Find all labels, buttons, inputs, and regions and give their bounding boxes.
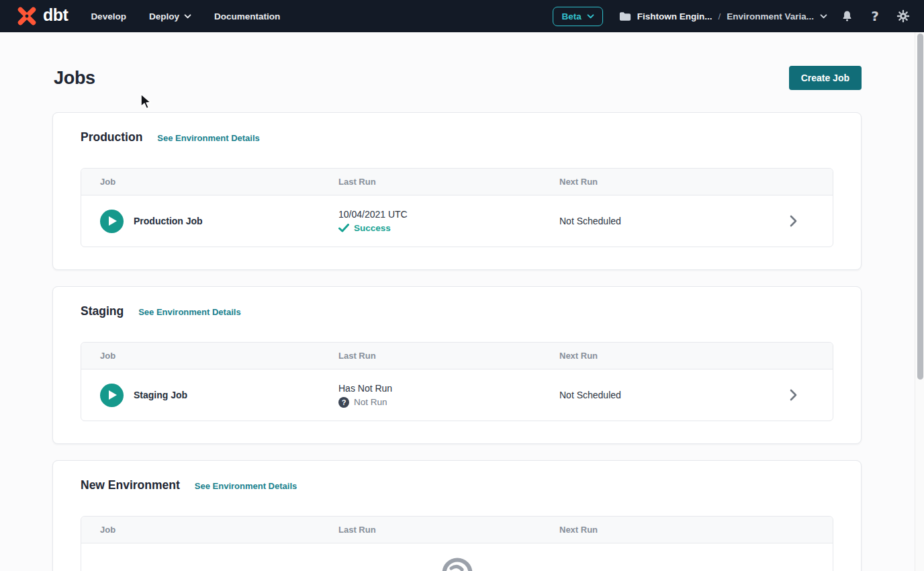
- empty-jobs-placeholder: [81, 543, 833, 571]
- folder-icon: [619, 11, 631, 21]
- column-header-last-run: Last Run: [320, 525, 541, 535]
- column-header-last-run: Last Run: [320, 177, 541, 187]
- dbt-logo-icon: [15, 4, 39, 28]
- page-header: Jobs Create Job: [52, 66, 862, 90]
- column-header-job: Job: [81, 177, 320, 187]
- help-question-icon[interactable]: ?: [866, 7, 884, 25]
- question-circle-icon: [338, 397, 349, 408]
- job-row-production-job[interactable]: Production Job 10/04/2021 UTC Success No…: [81, 195, 833, 247]
- account-project-breadcrumb[interactable]: Fishtown Engin... / Environment Varia...: [619, 11, 827, 21]
- beta-dropdown-button[interactable]: Beta: [553, 7, 602, 26]
- breadcrumb-account[interactable]: Fishtown Engin...: [637, 11, 712, 21]
- environment-name: New Environment: [81, 478, 180, 492]
- environment-name: Staging: [81, 304, 124, 318]
- table-header-row: Job Last Run Next Run: [81, 169, 833, 195]
- see-environment-details-link[interactable]: See Environment Details: [138, 307, 240, 317]
- environment-card-header: New Environment See Environment Details: [81, 478, 833, 492]
- table-header-row: Job Last Run Next Run: [81, 343, 833, 369]
- empty-state-clock-icon: [442, 558, 473, 571]
- column-header-job: Job: [81, 351, 320, 361]
- scrollbar-thumb[interactable]: [917, 34, 923, 380]
- see-environment-details-link[interactable]: See Environment Details: [157, 133, 259, 143]
- last-run-date: Has Not Run: [338, 383, 541, 394]
- brand-name: dbt: [43, 5, 68, 28]
- chevron-down-icon: [184, 14, 191, 19]
- column-header-last-run: Last Run: [320, 351, 541, 361]
- environment-card-new-environment: New Environment See Environment Details …: [52, 460, 862, 571]
- beta-label: Beta: [561, 11, 581, 21]
- nav-item-develop[interactable]: Develop: [91, 11, 126, 21]
- chevron-down-icon: [587, 14, 594, 19]
- last-run-date: 10/04/2021 UTC: [338, 209, 541, 220]
- environment-card-staging: Staging See Environment Details Job Last…: [52, 286, 862, 444]
- chevron-right-icon[interactable]: [790, 389, 797, 401]
- column-header-next-run: Next Run: [541, 351, 790, 361]
- environment-name: Production: [81, 130, 142, 144]
- play-icon: [109, 216, 117, 226]
- run-job-play-button[interactable]: [100, 384, 124, 407]
- job-row-staging-job[interactable]: Staging Job Has Not Run Not Run Not Sche…: [81, 369, 833, 421]
- status-badge: Success: [354, 223, 391, 233]
- dbt-logo[interactable]: dbt: [15, 4, 68, 28]
- jobs-table: Job Last Run Next Run: [81, 516, 833, 571]
- nav-item-documentation[interactable]: Documentation: [214, 11, 280, 21]
- job-name: Production Job: [134, 216, 203, 226]
- notifications-bell-icon[interactable]: [838, 7, 856, 25]
- breadcrumb-separator: /: [718, 11, 721, 21]
- breadcrumb-project[interactable]: Environment Varia...: [727, 11, 814, 21]
- run-job-play-button[interactable]: [100, 210, 124, 233]
- jobs-page: Jobs Create Job Production See Environme…: [0, 66, 915, 571]
- column-header-next-run: Next Run: [541, 525, 790, 535]
- next-run-value: Not Scheduled: [541, 390, 790, 400]
- job-name: Staging Job: [134, 390, 187, 400]
- environment-card-production: Production See Environment Details Job L…: [52, 112, 862, 270]
- see-environment-details-link[interactable]: See Environment Details: [195, 481, 297, 491]
- status-badge: Not Run: [354, 397, 387, 407]
- chevron-down-icon: [820, 14, 827, 19]
- page-title: Jobs: [52, 68, 95, 89]
- play-icon: [109, 390, 117, 400]
- create-job-button[interactable]: Create Job: [789, 66, 862, 90]
- primary-nav: Develop Deploy Documentation: [91, 11, 280, 21]
- table-header-row: Job Last Run Next Run: [81, 517, 833, 543]
- chevron-right-icon[interactable]: [790, 215, 797, 227]
- settings-gear-icon[interactable]: [894, 7, 912, 25]
- nav-item-deploy-label: Deploy: [149, 11, 179, 21]
- nav-right-group: Beta Fishtown Engin... / Environment Var…: [553, 7, 912, 26]
- environment-card-header: Staging See Environment Details: [81, 304, 833, 318]
- nav-item-deploy[interactable]: Deploy: [149, 11, 191, 21]
- next-run-value: Not Scheduled: [541, 216, 790, 226]
- column-header-next-run: Next Run: [541, 177, 790, 187]
- success-check-icon: [338, 224, 349, 232]
- scrollbar-track[interactable]: [915, 32, 924, 571]
- jobs-table: Job Last Run Next Run Production Job 10/…: [81, 168, 833, 247]
- top-navigation-bar: dbt Develop Deploy Documentation Beta Fi…: [0, 0, 924, 32]
- jobs-table: Job Last Run Next Run Staging Job Has No…: [81, 342, 833, 421]
- column-header-job: Job: [81, 525, 320, 535]
- environment-card-header: Production See Environment Details: [81, 130, 833, 144]
